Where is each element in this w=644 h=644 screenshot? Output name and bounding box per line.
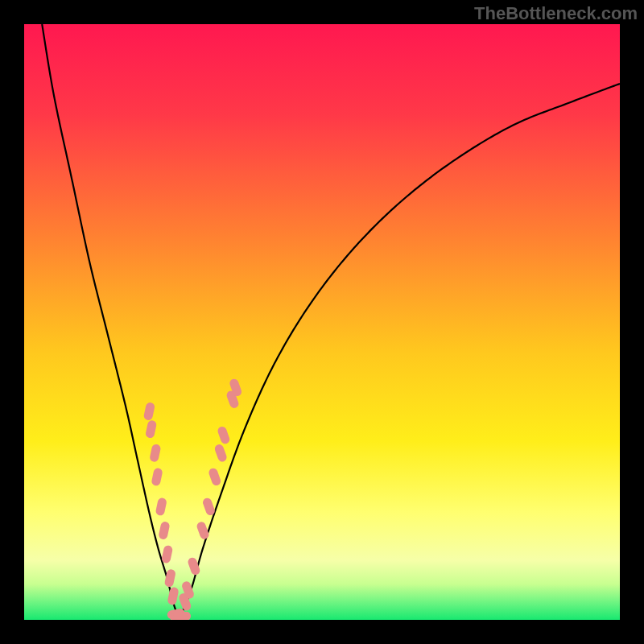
highlight-pill: [167, 586, 179, 605]
highlight-pill: [213, 444, 228, 463]
bottleneck-curves: [42, 24, 620, 620]
watermark-text: TheBottleneck.com: [474, 3, 638, 24]
highlight-pill: [158, 521, 170, 540]
chart-container: TheBottleneck.com: [0, 0, 644, 644]
highlight-pill: [149, 444, 161, 463]
highlight-pill: [145, 419, 157, 439]
highlight-pill: [161, 545, 173, 564]
highlight-pill: [217, 425, 231, 444]
highlight-pill: [208, 467, 222, 486]
highlight-pill: [143, 402, 155, 421]
highlight-pill: [155, 497, 167, 516]
highlight-pill: [151, 467, 163, 486]
curve-right: [179, 84, 620, 620]
curve-layer: [24, 24, 620, 620]
curve-left: [42, 24, 179, 620]
plot-area: [24, 24, 620, 620]
